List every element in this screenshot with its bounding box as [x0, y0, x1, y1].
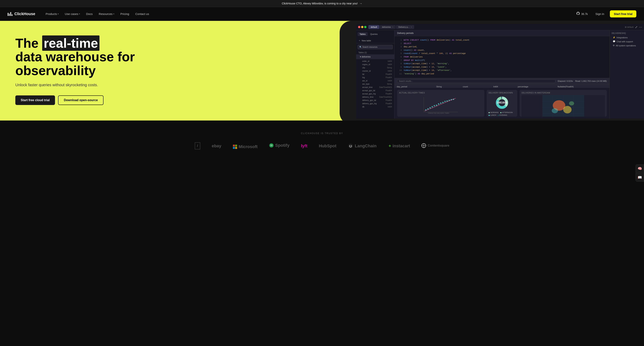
- logo-text: ClickHouse: [14, 12, 35, 16]
- chevron-down-icon: ▾: [79, 13, 80, 15]
- svg-point-32: [552, 108, 558, 113]
- db-read-rows: Read: 1,662,703 rows (14.90 MB): [575, 80, 607, 82]
- db-main: Delivery periods 1WITH (SELECT count() F…: [394, 30, 610, 119]
- db-mockup: default deliveries × Delivery p... × ⊞ d…: [356, 24, 644, 119]
- nav-item-products[interactable]: Products ▾: [43, 11, 61, 17]
- db-fullscreen-icon[interactable]: ⤢: [635, 25, 638, 29]
- logo-contentsquare: Contentsquare: [422, 143, 449, 149]
- charts-row: ACTUAL DELIVERY TIMES: [394, 88, 610, 119]
- db-col-order-id: order_idInt64: [356, 60, 394, 63]
- svg-point-5: [432, 106, 433, 107]
- svg-point-33: [569, 101, 574, 106]
- navbar: ClickHouse Products ▾ Use cases ▾ Docs R…: [0, 7, 644, 21]
- map-chart-title: DELIVERIES IN AMSTERDAM: [522, 92, 605, 94]
- logo-hubspot: HubSpot: [319, 143, 336, 148]
- db-col-db: dbInt64: [356, 105, 394, 108]
- db-default-label: ⊞ default: [625, 26, 634, 28]
- map-chart: [522, 95, 605, 117]
- svg-point-31: [563, 106, 572, 113]
- db-col-courier-id: courier_idInt64: [356, 69, 394, 73]
- hero-title: The real-time data warehouse forobservab…: [15, 36, 343, 77]
- svg-point-4: [430, 107, 431, 108]
- svg-point-3: [428, 108, 429, 110]
- start-trial-button[interactable]: Start free trial: [610, 10, 636, 17]
- db-results-table: day_period String count Int64 percentage…: [394, 84, 610, 88]
- db-table-deliveries[interactable]: ▾ deliveries: [356, 54, 394, 59]
- plus-icon: ＋: [358, 39, 360, 42]
- donut-legend: MORNING AFTERNOON LUNCH EVENING: [488, 111, 516, 116]
- svg-point-8: [438, 103, 439, 105]
- github-icon: [576, 11, 580, 16]
- db-tab-delivery-p[interactable]: Delivery p... ×: [396, 25, 414, 29]
- logo-instacart: ✦ instacart: [388, 143, 410, 148]
- nav-item-docs[interactable]: Docs: [84, 11, 95, 17]
- donut-chart-title: DELIVERY BREAKDOWN: [488, 92, 516, 94]
- db-col-aoi-type: aoi_typeString: [356, 82, 394, 86]
- sign-in-button[interactable]: Sign in: [593, 11, 607, 17]
- svg-text:1861600: 1861600: [497, 101, 507, 104]
- donut-chart-card: DELIVERY BREAKDOWN 1861600: [487, 90, 517, 117]
- nav-item-contact[interactable]: Contact us: [133, 11, 152, 17]
- announcement-bar[interactable]: ClickHouse CTO, Alexey Milovidov, is com…: [0, 0, 644, 7]
- nav-right: 36.7k Sign in Start free trial: [574, 10, 636, 17]
- map-chart-card: DELIVERIES IN AMSTERDAM: [520, 90, 607, 117]
- col-header-day-period: day_period: [394, 84, 434, 88]
- svg-point-9: [440, 102, 442, 104]
- scatter-chart-title: ACTUAL DELIVERY TIMES: [399, 92, 482, 94]
- logo-langchain: LangChain: [348, 143, 376, 149]
- db-query-area[interactable]: 1WITH (SELECT count() FROM deliveries) A…: [394, 36, 610, 78]
- db-col-delivery-time: delivery_timeDateTime64(3): [356, 95, 394, 99]
- col-header-type-int64: Int64: [491, 84, 516, 88]
- integrations-icon: ⚡: [613, 36, 616, 39]
- nav-item-resources[interactable]: Resources ▾: [96, 11, 117, 17]
- db-search-tables[interactable]: 🔍 Search resources: [358, 45, 393, 49]
- db-col-lng: lngFloat64: [356, 76, 394, 79]
- github-link[interactable]: 36.7k: [574, 10, 590, 17]
- db-sidebar-tabs: Tables Queries: [356, 32, 394, 36]
- logo-lyft: lyft: [301, 143, 307, 148]
- side-panel-integrations[interactable]: ⚡ Integrations: [612, 35, 642, 39]
- db-tab-queries[interactable]: Queries: [368, 32, 380, 36]
- svg-point-6: [434, 105, 435, 106]
- db-col-delivery-gps-lng: delivery_gps_lngFloat64: [356, 102, 394, 105]
- db-new-table-btn[interactable]: ＋ New table: [356, 38, 394, 43]
- chat-icon: 💬: [613, 40, 616, 43]
- nav-item-usecases[interactable]: Use cases ▾: [62, 11, 82, 17]
- logos-row: / ebay Microsoft Spotify lyft HubSpot: [8, 142, 636, 149]
- donut-svg: 1861600: [494, 95, 510, 110]
- db-results-search[interactable]: [397, 79, 556, 83]
- svg-text:PREDICTED DELIVERY TIMES: PREDICTED DELIVERY TIMES: [428, 112, 449, 114]
- hero-title-highlight: real-time: [42, 35, 100, 51]
- svg-point-10: [442, 102, 444, 103]
- logo-ebay: ebay: [212, 143, 222, 148]
- logo-bar-2: [9, 13, 10, 16]
- map-svg: [522, 95, 605, 117]
- logo-link[interactable]: ClickHouse: [8, 12, 35, 16]
- hero-title-after: data warehouse forobservability: [15, 49, 135, 78]
- trusted-section: CLICKHOUSE IS TRUSTED BY / ebay Microsof…: [0, 120, 644, 157]
- side-panel-chat[interactable]: 💬 Chat with support: [612, 39, 642, 43]
- col-header-count: count: [460, 84, 491, 88]
- db-table-columns: order_idInt64 region_idInt64 cityString …: [356, 59, 394, 109]
- download-opensource-button[interactable]: Download open-source: [58, 95, 104, 105]
- svg-point-36: [350, 145, 350, 146]
- db-tab-default[interactable]: default: [368, 25, 379, 29]
- svg-point-7: [436, 105, 437, 106]
- side-panel-system-operations[interactable]: ⚙ All system operations: [612, 43, 642, 47]
- col-header-percentage: percentage: [516, 84, 555, 88]
- trusted-label: CLICKHOUSE IS TRUSTED BY: [8, 132, 636, 135]
- start-cloud-trial-button[interactable]: Start free cloud trial: [15, 95, 55, 105]
- nav-item-pricing[interactable]: Pricing: [118, 11, 132, 17]
- logo-deutsche-bank: /: [195, 142, 200, 149]
- logo-icon: [8, 12, 12, 16]
- db-tab-deliveries[interactable]: deliveries ×: [380, 25, 396, 29]
- db-period-header: Delivery periods: [394, 30, 610, 36]
- hero-buttons: Start free cloud trial Download open-sou…: [15, 95, 343, 105]
- db-col-city: cityString: [356, 66, 394, 69]
- search-icon: 🔍: [360, 46, 362, 48]
- db-tab-tables[interactable]: Tables: [358, 32, 368, 36]
- announcement-text: ClickHouse CTO, Alexey Milovidov, is com…: [282, 2, 358, 5]
- db-col-aoi-id: aoi_idInt64: [356, 79, 394, 82]
- svg-point-37: [351, 145, 352, 146]
- db-more-icon[interactable]: ⋯: [639, 25, 642, 29]
